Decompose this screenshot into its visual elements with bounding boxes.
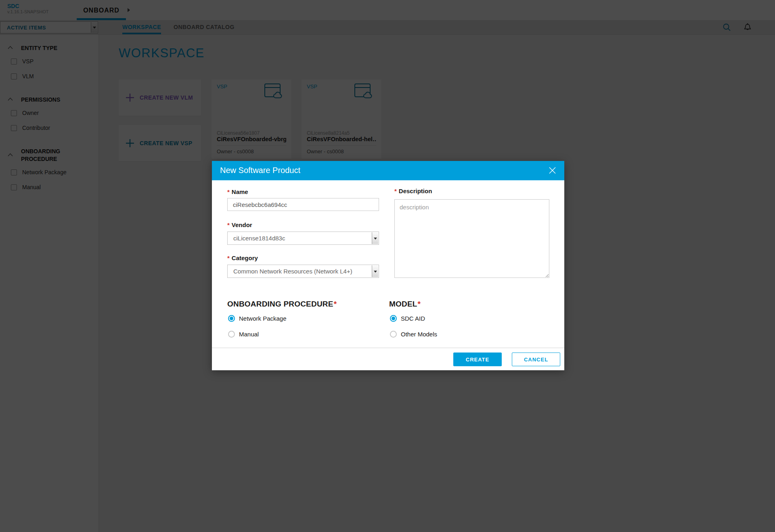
radio-other-models[interactable]: Other Models: [390, 331, 437, 338]
vendor-select-value: ciLicense1814d83c: [233, 235, 285, 242]
dropdown-arrow-icon[interactable]: [372, 265, 378, 277]
dropdown-arrow-icon[interactable]: [372, 232, 378, 244]
category-field-label: *Category: [227, 255, 258, 261]
modal-header: New Software Product: [212, 161, 564, 180]
category-select-value: Common Network Resources (Network L4+): [233, 268, 352, 275]
radio-label: Network Package: [239, 315, 287, 322]
radio-label: SDC AID: [401, 315, 425, 322]
required-asterisk: *: [227, 255, 230, 261]
radio-network-package[interactable]: Network Package: [228, 315, 287, 322]
model-section-title: MODEL*: [389, 300, 421, 309]
network-package-radio[interactable]: [228, 315, 235, 322]
sdc-aid-radio[interactable]: [390, 315, 397, 322]
radio-manual[interactable]: Manual: [228, 331, 259, 338]
manual-radio[interactable]: [228, 331, 235, 338]
radio-label: Manual: [239, 331, 259, 338]
required-asterisk: *: [334, 300, 337, 308]
new-software-product-modal: New Software Product *Name *Description …: [212, 161, 564, 370]
description-field-label: *Description: [394, 188, 432, 194]
create-button[interactable]: CREATE: [453, 353, 502, 366]
onboarding-procedure-section-title: ONBOARDING PROCEDURE*: [227, 300, 337, 309]
radio-sdc-aid[interactable]: SDC AID: [390, 315, 425, 322]
name-input[interactable]: [227, 198, 379, 211]
close-icon[interactable]: [549, 167, 556, 174]
modal-title: New Software Product: [220, 166, 300, 175]
cancel-button[interactable]: CANCEL: [512, 353, 560, 366]
modal-footer: CREATE CANCEL: [212, 348, 564, 370]
name-field-label: *Name: [227, 188, 248, 195]
vendor-field-label: *Vendor: [227, 221, 252, 228]
vendor-select[interactable]: ciLicense1814d83c: [227, 232, 379, 245]
required-asterisk: *: [227, 221, 230, 228]
radio-label: Other Models: [401, 331, 437, 338]
other-models-radio[interactable]: [390, 331, 397, 338]
required-asterisk: *: [227, 188, 230, 195]
required-asterisk: *: [394, 188, 397, 194]
required-asterisk: *: [418, 300, 421, 308]
category-select[interactable]: Common Network Resources (Network L4+): [227, 265, 379, 278]
description-textarea[interactable]: [394, 199, 549, 278]
